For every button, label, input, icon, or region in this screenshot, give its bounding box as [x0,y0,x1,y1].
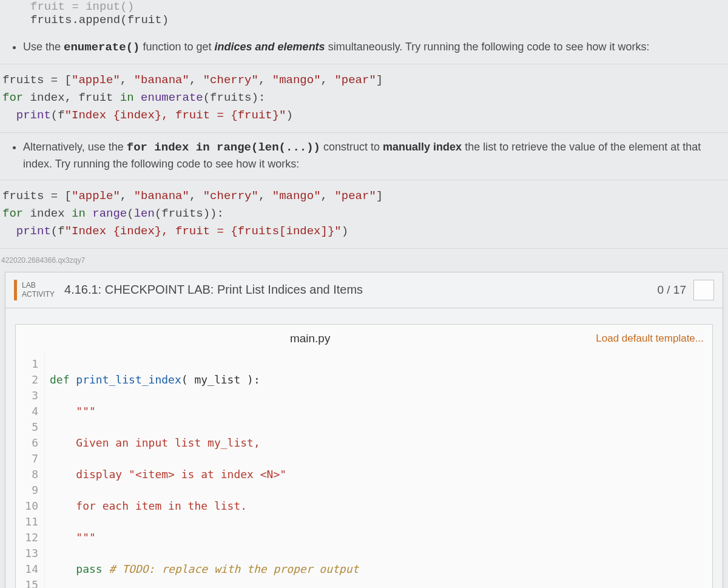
code-snippet-top: fruit = input() fruits.append(fruit) [0,0,728,33]
code-block-range: fruits = ["apple", "banana", "cherry", "… [0,180,728,249]
editor-body[interactable]: 1 2 3 4 5 6 7 8 9 10 11 12 13 14 15 def … [16,353,712,588]
snippet-line: fruits.append(fruit) [30,13,728,27]
instruction-item: Alternatively, use the for index in rang… [23,133,717,180]
instruction-item: Use the enumerate() function to get indi… [23,33,717,64]
code-inline: enumerate() [64,41,140,54]
lab-badge: LAB ACTIVITY [14,280,61,300]
code-editor: main.py Load default template... 1 2 3 4… [15,324,713,588]
instruction-list: Alternatively, use the for index in rang… [0,133,728,180]
snippet-line-faded: fruit = input() [30,0,728,13]
code-inline: for index in range(len(...)) [127,141,320,154]
lab-header: LAB ACTIVITY 4.16.1: CHECKPOINT LAB: Pri… [5,272,723,308]
editor-toolbar: main.py Load default template... [16,325,712,353]
lab-activity-card: LAB ACTIVITY 4.16.1: CHECKPOINT LAB: Pri… [5,272,723,588]
line-number-gutter: 1 2 3 4 5 6 7 8 9 10 11 12 13 14 15 [16,353,45,588]
load-default-template-link[interactable]: Load default template... [596,333,704,345]
instruction-list: Use the enumerate() function to get indi… [0,33,728,64]
code-block-enumerate: fruits = ["apple", "banana", "cherry", "… [0,64,728,133]
lab-score: 0 / 17 [657,283,686,297]
score-box-icon[interactable] [693,280,714,300]
reference-id: 422020.2684366.qx3zqy7 [0,249,728,271]
code-content[interactable]: def print_list_index( my_list ): """ Giv… [45,353,712,588]
lab-title: 4.16.1: CHECKPOINT LAB: Print List Indic… [64,283,657,297]
editor-filename: main.py [24,332,596,345]
